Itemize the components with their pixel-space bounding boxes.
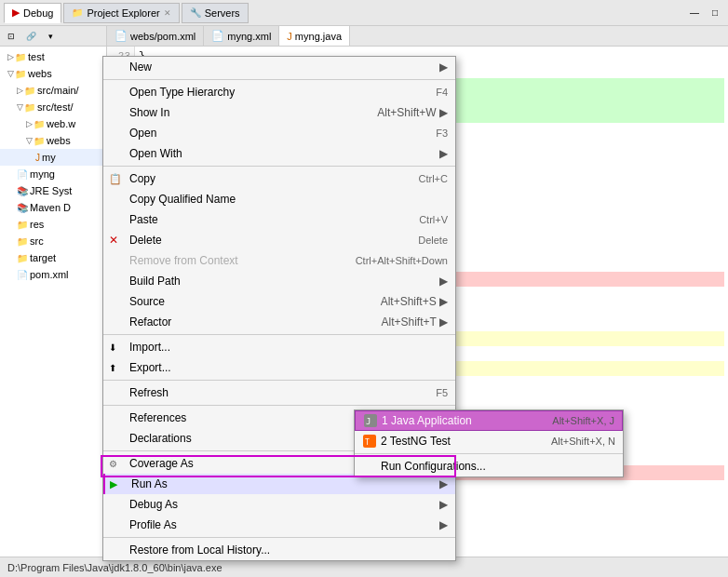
tab-project-explorer-label: Project Explorer xyxy=(87,7,159,19)
submenu-item-testng[interactable]: T 2 TestNG Test Alt+Shift+X, N xyxy=(355,431,623,451)
tree-item-res[interactable]: 📁 res xyxy=(0,216,106,233)
panel-toolbar: ⊡ 🔗 ▾ xyxy=(0,26,106,47)
tab-debug[interactable]: ▶ Debug xyxy=(4,3,61,23)
status-text: D:\Program Files\Java\jdk1.8.0_60\bin\ja… xyxy=(7,562,222,573)
maximize-button[interactable]: □ xyxy=(706,4,724,22)
submenu-arrow-icon: ▶ xyxy=(421,477,448,490)
menu-item-paste[interactable]: Paste Ctrl+V xyxy=(103,209,455,230)
project-explorer-panel: ⊡ 🔗 ▾ ▷ 📁 test ▽ 📁 webs ▷ 📁 src/main/ xyxy=(0,26,107,577)
submenu-item-java-app[interactable]: J 1 Java Application Alt+Shift+X, J xyxy=(355,410,623,431)
menu-separator xyxy=(103,380,455,381)
svg-text:J: J xyxy=(366,417,371,426)
submenu-item-run-config[interactable]: Run Configurations... xyxy=(355,456,623,476)
java-app-shortcut: Alt+Shift+X, J xyxy=(533,415,614,426)
run-config-label: Run Configurations... xyxy=(381,460,486,473)
tree-item-test[interactable]: ▷ 📁 test xyxy=(0,48,106,65)
menu-item-build-path[interactable]: Build Path ▶ xyxy=(103,271,455,291)
menu-separator xyxy=(103,405,455,406)
tab-servers-label: Servers xyxy=(205,7,240,19)
menu-separator xyxy=(103,334,455,335)
project-tree: ▷ 📁 test ▽ 📁 webs ▷ 📁 src/main/ ▽ 📁 src xyxy=(0,47,106,285)
submenu-arrow-icon: Alt+Shift+S ▶ xyxy=(362,295,448,308)
menu-item-profile-as[interactable]: Profile As ▶ xyxy=(103,515,455,535)
context-menu: New ▶ Open Type Hierarchy F4 Show In Alt… xyxy=(102,56,456,561)
tree-item-pomxml[interactable]: 📄 pom.xml xyxy=(0,266,106,283)
menu-item-new[interactable]: New ▶ xyxy=(103,57,455,77)
tree-item-target[interactable]: 📁 target xyxy=(0,249,106,266)
tree-item-jre[interactable]: 📚 JRE Syst xyxy=(0,182,106,199)
menu-item-refresh[interactable]: Refresh F5 xyxy=(103,382,455,403)
menu-item-delete[interactable]: ✕ Delete Delete xyxy=(103,230,455,250)
menu-item-copy-qualified[interactable]: Copy Qualified Name xyxy=(103,189,455,209)
svg-text:T: T xyxy=(365,438,370,447)
run-as-icon: ▶ xyxy=(110,478,117,490)
tree-item-srcmain[interactable]: ▷ 📁 src/main/ xyxy=(0,82,106,99)
copy-icon: 📋 xyxy=(109,173,122,185)
tab-servers[interactable]: 🔧 Servers xyxy=(182,3,249,23)
menu-separator xyxy=(103,79,455,80)
export-icon: ⬆ xyxy=(109,363,116,373)
menu-item-open-type-hierarchy[interactable]: Open Type Hierarchy F4 xyxy=(103,82,455,102)
tree-item-myng[interactable]: 📄 myng xyxy=(0,166,106,182)
editor-tab-myng-java[interactable]: J myng.java xyxy=(279,26,350,46)
tab-project-explorer[interactable]: 📁 Project Explorer ✕ xyxy=(63,3,179,23)
submenu-arrow-icon: Alt+Shift+W ▶ xyxy=(358,106,448,119)
tree-item-maven[interactable]: 📚 Maven D xyxy=(0,199,106,216)
java-app-label: 1 Java Application xyxy=(382,414,472,427)
tree-item-src[interactable]: 📁 src xyxy=(0,233,106,249)
collapse-all-button[interactable]: ⊡ xyxy=(2,27,20,46)
link-button[interactable]: 🔗 xyxy=(21,27,40,46)
menu-item-open-with[interactable]: Open With ▶ xyxy=(103,143,455,164)
menu-item-debug-as[interactable]: Debug As ▶ xyxy=(103,494,455,515)
menu-item-open[interactable]: Open F3 xyxy=(103,123,455,143)
delete-icon: ✕ xyxy=(109,234,118,247)
minimize-button[interactable]: — xyxy=(685,4,704,22)
submenu-arrow-icon: ▶ xyxy=(421,60,448,74)
run-config-icon xyxy=(362,459,377,474)
menu-item-import[interactable]: ⬇ Import... xyxy=(103,337,455,357)
menu-item-remove-context: Remove from Context Ctrl+Alt+Shift+Down xyxy=(103,250,455,271)
submenu-arrow-icon: ▶ xyxy=(421,275,448,288)
editor-tab-myng-xml[interactable]: 📄 myng.xml xyxy=(204,26,279,46)
menu-separator xyxy=(103,166,455,167)
toolbar-menu-button[interactable]: ▾ xyxy=(41,27,60,46)
editor-tabs: 📄 webs/pom.xml 📄 myng.xml J myng.java xyxy=(107,26,728,47)
tree-item-webs[interactable]: ▽ 📁 webs xyxy=(0,65,106,82)
tree-item-webw[interactable]: ▷ 📁 web.w xyxy=(0,115,106,132)
run-as-submenu: J 1 Java Application Alt+Shift+X, J T 2 … xyxy=(354,409,624,477)
tree-item-my[interactable]: J my xyxy=(0,149,106,166)
submenu-arrow-icon: ▶ xyxy=(421,498,448,511)
submenu-arrow-icon: Alt+Shift+T ▶ xyxy=(363,315,448,329)
menu-separator xyxy=(103,537,455,538)
menu-item-source[interactable]: Source Alt+Shift+S ▶ xyxy=(103,291,455,312)
tree-item-srctest[interactable]: ▽ 📁 src/test/ xyxy=(0,99,106,115)
top-bar: ▶ Debug 📁 Project Explorer ✕ 🔧 Servers —… xyxy=(0,0,728,26)
menu-item-restore[interactable]: Restore from Local History... xyxy=(103,540,455,560)
coverage-icon: ⚙ xyxy=(109,459,117,469)
testng-label: 2 TestNG Test xyxy=(381,435,451,448)
submenu-arrow-icon: ▶ xyxy=(421,147,448,160)
import-icon: ⬇ xyxy=(109,342,116,353)
submenu-separator xyxy=(355,453,623,454)
testng-shortcut: Alt+Shift+X, N xyxy=(533,436,615,447)
tree-item-webs2[interactable]: ▽ 📁 webs xyxy=(0,132,106,149)
submenu-arrow-icon: ▶ xyxy=(421,518,448,531)
menu-item-export[interactable]: ⬆ Export... xyxy=(103,357,455,378)
menu-item-copy[interactable]: 📋 Copy Ctrl+C xyxy=(103,168,455,189)
tab-debug-label: Debug xyxy=(23,7,53,19)
menu-item-refactor[interactable]: Refactor Alt+Shift+T ▶ xyxy=(103,312,455,332)
menu-item-show-in[interactable]: Show In Alt+Shift+W ▶ xyxy=(103,102,455,123)
editor-tab-pom[interactable]: 📄 webs/pom.xml xyxy=(107,26,204,46)
java-app-icon: J xyxy=(363,413,378,428)
testng-icon: T xyxy=(362,434,377,449)
